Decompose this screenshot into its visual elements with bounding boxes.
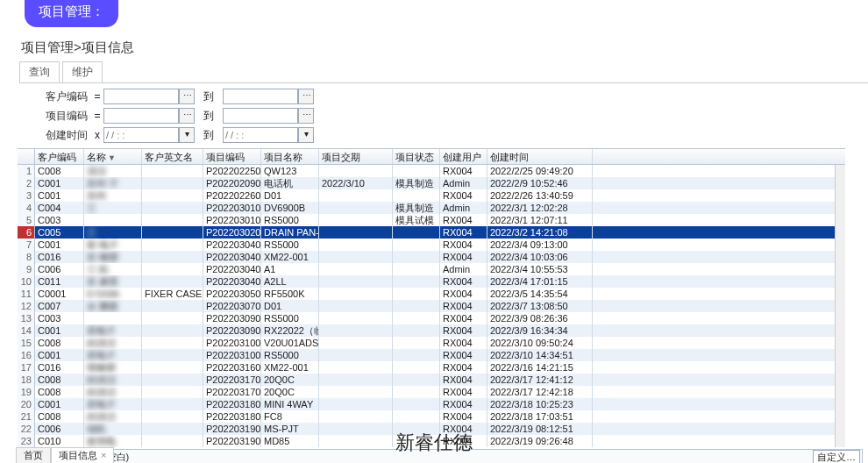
table-row[interactable]: 18C008的清洁P2022031700120Q0CRX0042022/3/17… (18, 374, 845, 386)
table-row[interactable]: 20C001星电子P20220318001MINI 4WAYRX0042022/… (18, 398, 845, 410)
col-customer-code[interactable]: 客户编码 (35, 149, 84, 164)
filter-project-to-lookup[interactable]: ⋯ (298, 108, 314, 124)
filter-customer-op: = (91, 90, 103, 103)
table-row[interactable]: 7C001新 电子P20220304001RS5000RX0042022/3/4… (18, 239, 845, 251)
table-row[interactable]: 4C004三P20220301001DV6900B模具制造Admin2022/3… (18, 202, 845, 214)
filter-project-label: 项目编码 (35, 109, 88, 124)
grid-header-row: 客户编码 名称▼ 客户英文名 项目编码 项目名称 项目交期 项目状态 创建用户 … (18, 149, 845, 165)
filter-expression-bar: × ✓ (客户名称 <> 空白) 自定义… (18, 449, 863, 463)
col-create-user[interactable]: 创建用户 (440, 149, 487, 164)
table-row[interactable]: 11C0001D 533AFIXER CASE-PBAP20220305002R… (18, 288, 845, 300)
table-row[interactable]: 23C010家用电P20220319002MD85RX0042022/3/19 … (18, 435, 845, 447)
filter-time-to-drop[interactable]: ▾ (298, 127, 314, 143)
tab-maintain[interactable]: 维护 (62, 61, 103, 82)
table-row[interactable]: 22C006缩机P20220319001MS-PJTRX0042022/3/19… (18, 423, 845, 435)
table-row[interactable]: 14C001星电子P20220309002RX22022（临RX0042022/… (18, 324, 845, 337)
filter-panel: 客户编码 = ⋯ 到 ⋯ 项目编码 = ⋯ 到 ⋯ 创建时间 x ▾ 到 ▾ (35, 87, 868, 145)
filter-project-op: = (91, 110, 103, 122)
table-row[interactable]: 21C008的清洁P20220318002FC8RX0042022/3/18 1… (18, 410, 845, 423)
table-row[interactable]: 10C011苏 麦普P20220304004A2LLRX0042022/3/4 … (18, 275, 845, 288)
filter-to-label-3: 到 (203, 128, 214, 143)
filter-customer-to-lookup[interactable]: ⋯ (298, 89, 314, 104)
filter-customer-label: 客户编码 (35, 89, 88, 104)
module-badge: 项目管理： (25, 0, 118, 27)
filter-time-op: x (91, 129, 103, 141)
table-row[interactable]: 8C016苏 橡塑P20220304002XM22-001RX0042022/3… (18, 251, 845, 263)
filter-time-from[interactable] (103, 127, 179, 143)
table-row[interactable]: 6C005三P20220302001DRAIN PAN-TCRX0042022/… (18, 226, 845, 239)
filter-to-label-2: 到 (203, 109, 214, 124)
filter-to-label: 到 (203, 89, 214, 104)
main-tabs: 查询 维护 (19, 61, 868, 83)
filter-customer-to[interactable] (223, 89, 298, 104)
col-project-name[interactable]: 项目名称 (261, 149, 319, 164)
table-row[interactable]: 2C001苏州 子P20220209001电话机2022/3/10模具制造Adm… (18, 177, 845, 189)
filter-time-label: 创建时间 (35, 128, 88, 143)
filter-customize-button[interactable]: 自定义… (813, 450, 860, 464)
col-delivery-date[interactable]: 项目交期 (319, 149, 393, 164)
table-row[interactable]: 12C007永 鹏股P20220307001D01RX0042022/3/7 1… (18, 300, 845, 312)
close-icon[interactable]: × (101, 450, 106, 460)
col-customer-enname[interactable]: 客户英文名 (142, 149, 203, 164)
table-row[interactable]: 1C008清洁P20220225001QW123RX0042022/2/25 0… (18, 165, 845, 177)
filter-customer-from[interactable] (103, 89, 179, 104)
table-row[interactable]: 15C008的清洁P20220310001V20U01ADS3NRX004202… (18, 337, 845, 349)
filter-project-from-lookup[interactable]: ⋯ (179, 108, 195, 124)
col-project-code[interactable]: 项目编码 (203, 149, 261, 164)
breadcrumb: 项目管理>项目信息 (21, 39, 868, 56)
table-row[interactable]: 5C003P20220301002RS5000模具试模RX0042022/3/1… (18, 214, 845, 226)
vertical-scrollbar[interactable] (835, 165, 845, 447)
table-row[interactable]: 19C008的清洁P2022031700220Q0CRX0042022/3/17… (18, 386, 845, 398)
bottom-tabs: 首页 项目信息× (16, 447, 114, 463)
col-rownum[interactable] (18, 149, 35, 164)
table-row[interactable]: 9C006三 机P20220304003A1Admin2022/3/4 10:5… (18, 263, 845, 275)
bottom-tab-project-info[interactable]: 项目信息× (51, 447, 114, 463)
tab-query[interactable]: 查询 (19, 61, 60, 82)
table-row[interactable]: 17C016荣橡塑P20220316001XM22-001RX0042022/3… (18, 361, 845, 374)
filter-project-to[interactable] (223, 108, 298, 124)
table-row[interactable]: 13C003P20220309001RS5000RX0042022/3/9 08… (18, 312, 845, 324)
bottom-tab-home[interactable]: 首页 (16, 447, 51, 463)
col-customer-name[interactable]: 名称▼ (84, 149, 142, 164)
col-status[interactable]: 项目状态 (393, 149, 440, 164)
table-row[interactable]: 16C001星电子P20220310002RS5000RX0042022/3/1… (18, 349, 845, 361)
col-create-time[interactable]: 创建时间 (487, 149, 593, 164)
table-row[interactable]: 3C001苏州P20220226003D01RX0042022/2/26 13:… (18, 189, 845, 202)
filter-project-from[interactable] (103, 108, 179, 124)
sort-indicator-icon: ▼ (108, 153, 116, 162)
data-grid: 客户编码 名称▼ 客户英文名 项目编码 项目名称 项目交期 项目状态 创建用户 … (18, 148, 845, 447)
filter-customer-from-lookup[interactable]: ⋯ (179, 89, 195, 104)
filter-time-to[interactable] (223, 127, 298, 143)
filter-time-from-drop[interactable]: ▾ (179, 127, 195, 143)
